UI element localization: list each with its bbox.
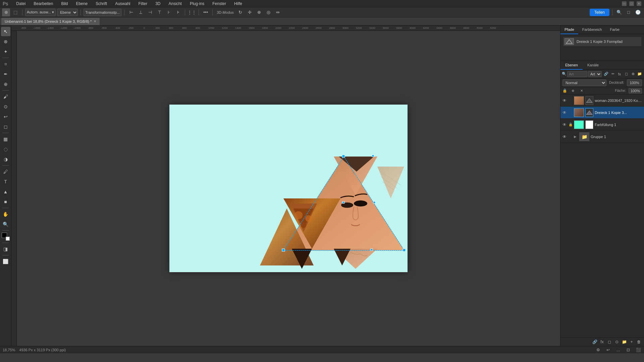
history-btn[interactable]: 🕐	[634, 8, 642, 16]
menu-ansicht[interactable]: Ansicht	[167, 1, 183, 7]
menu-bearbeiten[interactable]: Bearbeiten	[32, 1, 54, 7]
layer-fx-bottom-btn[interactable]: fx	[599, 339, 605, 345]
align-bottom[interactable]: ⊧	[174, 8, 182, 16]
clone-tool[interactable]: ⊙	[1, 102, 10, 111]
layer-vis-icon-2[interactable]: 👁	[562, 110, 567, 115]
menu-schrift[interactable]: Schrift	[94, 1, 108, 7]
transform-btn[interactable]: Transformationsstp...	[84, 9, 121, 16]
dodge-tool[interactable]: ◑	[1, 155, 10, 164]
eraser-tool[interactable]: ◻	[1, 122, 10, 131]
path-selection[interactable]: ▲	[1, 187, 10, 196]
status-settings-btn[interactable]: ⚙	[595, 347, 601, 353]
maximize-button[interactable]: □	[629, 1, 634, 6]
layer-folder-bottom-btn[interactable]: 📁	[621, 339, 627, 345]
teilen-button[interactable]: Teilen	[590, 9, 609, 16]
document-tab[interactable]: Unbenannt-1 bei 18,8% (Dreieck 1 Kopie 3…	[1, 18, 100, 25]
more-btn[interactable]: •••	[202, 8, 210, 16]
layer-link-btn[interactable]: 🔗	[603, 71, 609, 77]
pan3d[interactable]: ✢	[246, 8, 254, 16]
menu-fenster[interactable]: Fenster	[211, 1, 227, 7]
layer-vis-icon[interactable]: 👁	[562, 98, 567, 103]
minimize-button[interactable]: —	[622, 1, 627, 6]
eyedropper[interactable]: ✒	[1, 69, 10, 79]
menu-hilfe[interactable]: Hilfe	[233, 1, 244, 7]
layers-filter-dropdown[interactable]: Art	[588, 71, 602, 77]
layer-row-gruppe[interactable]: 👁 ▶ 📁 Gruppe 1	[560, 131, 644, 143]
magic-wand[interactable]: ✦	[1, 47, 10, 56]
blur-tool[interactable]: ◌	[1, 144, 10, 154]
tab-pfade[interactable]: Pfade	[560, 25, 578, 34]
hand-tool[interactable]: ✋	[1, 209, 10, 219]
slide3d[interactable]: ⇔	[274, 8, 282, 16]
distribute-btn[interactable]: ⋮⋮	[188, 8, 196, 16]
doc-tab-close[interactable]: ✕	[94, 19, 96, 23]
canvas-wrapper[interactable]	[17, 31, 560, 346]
layer-row-dreieck[interactable]: 👁 Dreieck 1 Kopie 3...	[560, 107, 644, 119]
screen-mode[interactable]: ⬜	[1, 257, 10, 266]
workspace-btn[interactable]: □	[625, 8, 633, 16]
gradient-tool[interactable]: ▦	[1, 134, 10, 144]
select-tool[interactable]: ⬚	[11, 8, 19, 16]
layer-group-expand[interactable]: ▶	[574, 135, 578, 138]
tab-farbe[interactable]: Farbe	[606, 25, 624, 34]
rotate3d[interactable]: ↻	[236, 8, 245, 16]
menu-datei[interactable]: Datei	[15, 1, 27, 7]
pen-tool[interactable]: 🖊	[1, 167, 10, 176]
brush-tool[interactable]: 🖌	[1, 92, 10, 101]
layer-fx-btn[interactable]: fx	[616, 71, 623, 77]
search-btn[interactable]: 🔍	[615, 8, 623, 16]
path-entry[interactable]: Dreieck 1 Kopie 3 Formpfad	[563, 37, 641, 46]
status-history-btn[interactable]: ↩	[605, 347, 611, 353]
menu-filter[interactable]: Filter	[137, 1, 149, 7]
layer-folder-btn[interactable]: 📁	[637, 71, 643, 77]
lock-pixels-btn[interactable]: ✕	[579, 88, 585, 94]
layers-search-input[interactable]	[567, 71, 587, 77]
menu-auswahl[interactable]: Auswahl	[114, 1, 131, 7]
selection-tool[interactable]: ↖	[1, 27, 10, 36]
align-top[interactable]: ⊤	[155, 8, 163, 16]
opacity-input[interactable]	[627, 79, 642, 86]
quick-mask[interactable]: ◨	[1, 244, 10, 254]
crop-tool[interactable]: ⌗	[1, 59, 10, 69]
layer-mask-btn[interactable]: ◻	[623, 71, 629, 77]
layer-add-bottom-btn[interactable]: +	[629, 339, 635, 345]
tab-kanaele[interactable]: Kanäle	[583, 61, 603, 70]
history-brush[interactable]: ↩	[1, 112, 10, 121]
align-center-v[interactable]: ⊥	[137, 8, 145, 16]
layer-mask-bottom-btn[interactable]: ◻	[606, 339, 612, 345]
status-zoom-full[interactable]: ⬛	[635, 347, 641, 353]
layer-adj-btn[interactable]: ⊕	[630, 71, 636, 77]
blend-mode-select[interactable]: Normal	[562, 79, 606, 86]
align-center-h[interactable]: ⊦	[165, 8, 173, 16]
align-left[interactable]: ⊢	[127, 8, 135, 16]
orbit3d[interactable]: ◎	[265, 8, 273, 16]
align-right[interactable]: ⊣	[146, 8, 154, 16]
ebene-select[interactable]: Ebene	[57, 9, 78, 16]
zoom-tool[interactable]: 🔍	[1, 220, 10, 229]
menu-3d[interactable]: 3D	[154, 1, 162, 7]
close-button[interactable]: ✕	[637, 1, 641, 6]
layer-delete-bottom-btn[interactable]: 🗑	[636, 339, 642, 345]
move-tool[interactable]: ⊕	[2, 8, 10, 16]
tab-ebenen[interactable]: Ebenen	[560, 61, 583, 70]
layer-row-woman[interactable]: 👁 woman-2003647_1920 Kopie	[560, 95, 644, 107]
lasso-tool[interactable]: ⊗	[1, 37, 10, 46]
menu-bild[interactable]: Bild	[60, 1, 69, 7]
layer-vis-icon-4[interactable]: 👁	[562, 134, 567, 139]
status-zoom-fit[interactable]: ⊡	[625, 347, 631, 353]
color-swatch[interactable]	[1, 232, 10, 241]
autom-dropdown[interactable]: Autom. ausw... ▾	[25, 9, 56, 16]
layer-edit-btn[interactable]: ✏	[610, 71, 616, 77]
layer-adj-bottom-btn[interactable]: ⊙	[614, 339, 620, 345]
healing[interactable]: ⊕	[1, 79, 10, 89]
menu-ebene[interactable]: Ebene	[74, 1, 89, 7]
zoom3d[interactable]: ⊕	[255, 8, 263, 16]
lock-pos-btn[interactable]: ⊕	[570, 88, 576, 94]
shape-tool[interactable]: ■	[1, 197, 10, 206]
tab-farbbereich[interactable]: Farbbereich	[578, 25, 606, 34]
status-more-btn[interactable]: ...	[615, 347, 621, 353]
layer-link-bottom-btn[interactable]: 🔗	[592, 339, 598, 345]
layer-vis-icon-3[interactable]: 👁	[562, 122, 567, 127]
layer-row-fill[interactable]: 👁 🔒 Farbfüllung 1	[560, 119, 644, 131]
fill-input[interactable]	[629, 88, 642, 94]
